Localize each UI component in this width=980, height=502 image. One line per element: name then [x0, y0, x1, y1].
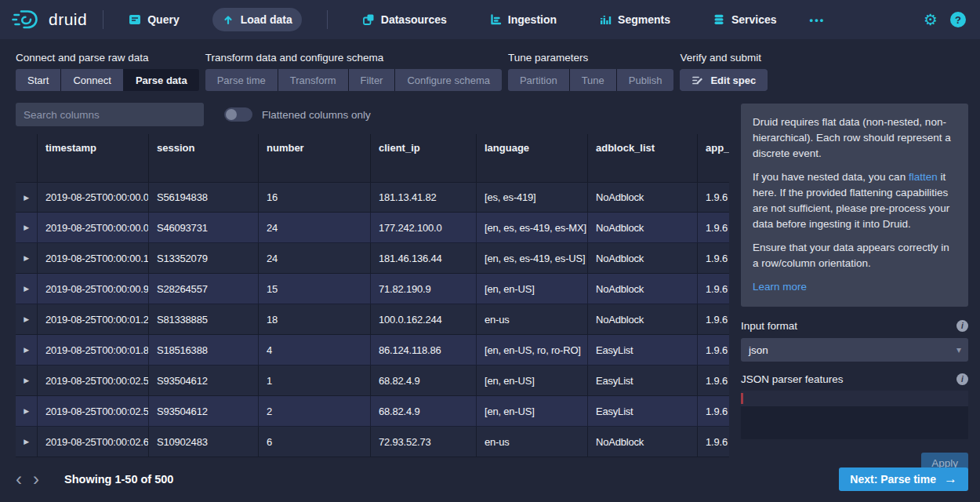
column-header-language[interactable]: language — [477, 134, 588, 182]
row-expander-icon[interactable]: ▶ — [16, 366, 38, 395]
row-expander-icon[interactable]: ▶ — [16, 396, 38, 426]
previous-page-icon[interactable]: ‹ — [16, 469, 22, 489]
column-header-session[interactable]: session — [149, 134, 259, 182]
druid-logo[interactable]: druid — [11, 8, 87, 31]
row-expander-icon[interactable]: ▶ — [16, 274, 38, 304]
step-publish[interactable]: Publish — [617, 69, 674, 91]
row-expander-icon[interactable]: ▶ — [16, 213, 38, 242]
row-expander-icon[interactable]: ▶ — [16, 335, 38, 365]
table-cell: S46093731 — [149, 213, 259, 242]
search-columns-input[interactable] — [16, 103, 204, 126]
validation-cursor — [741, 393, 743, 404]
nav-item-segments[interactable]: Segments — [590, 8, 680, 31]
table-cell: 1.9.6 — [698, 366, 729, 395]
next-parse-time-button[interactable]: Next: Parse time → — [839, 467, 968, 491]
step-transform[interactable]: Transform — [278, 69, 348, 91]
table-cell: [en, en-US] — [477, 366, 588, 395]
table-cell: S10902483 — [149, 427, 259, 457]
table-cell: S13352079 — [149, 243, 259, 273]
druid-logo-icon — [11, 8, 42, 31]
step-filter[interactable]: Filter — [349, 69, 395, 91]
flattened-columns-toggle[interactable] — [224, 107, 252, 122]
table-cell: 1.9.6 — [698, 427, 729, 457]
chevron-down-icon: ▾ — [956, 344, 961, 355]
table-cell: 15 — [259, 274, 371, 304]
table-cell: S18516388 — [149, 335, 259, 365]
step-edit-spec[interactable]: Edit spec — [680, 69, 768, 91]
step-connect[interactable]: Connect — [61, 69, 122, 91]
brand-name: druid — [49, 10, 87, 29]
pagination: ‹ › — [16, 469, 39, 489]
table-cell: 72.93.52.73 — [371, 427, 477, 457]
table-cell: 16 — [259, 183, 371, 212]
nav-menu: Query Load data Datasources Ingestion S — [119, 8, 825, 31]
table-cell: 6 — [259, 427, 371, 457]
showing-count: Showing 1-50 of 500 — [64, 473, 173, 486]
step-group-connect: Connect and parse raw data Start Connect… — [16, 52, 199, 91]
table-cell: S93504612 — [149, 396, 259, 426]
info-icon[interactable]: i — [956, 373, 968, 385]
table-cell: [en, es, es-419, es-MX] — [477, 213, 588, 242]
nav-item-label: Ingestion — [508, 13, 557, 26]
nav-item-label: Datasources — [381, 13, 447, 26]
step-parse-time[interactable]: Parse time — [205, 69, 278, 91]
step-group-verify: Verify and submit Edit spec — [680, 52, 768, 91]
table-row: ▶2019-08-25T00:00:02.5S93504612168.82.4.… — [16, 366, 729, 396]
column-header-number[interactable]: number — [259, 134, 371, 182]
json-parser-features-input[interactable] — [741, 391, 968, 439]
step-start[interactable]: Start — [16, 69, 60, 91]
table-cell: NoAdblock — [588, 427, 698, 457]
datasources-icon — [362, 13, 375, 26]
column-header-app-v[interactable]: app_v — [698, 134, 729, 182]
table-row: ▶2019-08-25T00:00:00.0S5619483816181.13.… — [16, 182, 729, 213]
column-header-adblock-list[interactable]: adblock_list — [588, 134, 698, 182]
table-cell: 2019-08-25T00:00:00.0 — [38, 213, 149, 242]
column-header-client-ip[interactable]: client_ip — [371, 134, 477, 182]
table-cell: 1.9.6 — [698, 274, 729, 304]
learn-more-link[interactable]: Learn more — [753, 281, 807, 293]
table-cell: 24 — [259, 243, 371, 273]
toggle-label: Flattened columns only — [262, 109, 371, 121]
nav-item-datasources[interactable]: Datasources — [353, 8, 456, 31]
top-nav: druid Query Load data Datasources I — [0, 0, 980, 39]
table-body: ▶2019-08-25T00:00:00.0S5619483816181.13.… — [16, 182, 729, 457]
nav-item-label: Load data — [241, 13, 292, 26]
nav-item-services[interactable]: Services — [703, 8, 786, 31]
nav-item-load-data[interactable]: Load data — [212, 8, 302, 31]
row-expander-icon[interactable]: ▶ — [16, 183, 38, 212]
step-configure-schema[interactable]: Configure schema — [395, 69, 502, 91]
row-expander-icon[interactable]: ▶ — [16, 243, 38, 273]
table-cell: NoAdblock — [588, 243, 698, 273]
table-cell: 4 — [259, 335, 371, 365]
table-cell: 2019-08-25T00:00:01.2 — [38, 304, 149, 334]
table-cell: 24 — [259, 213, 371, 242]
column-header-timestamp[interactable]: timestamp — [38, 134, 149, 182]
gear-icon[interactable]: ⚙ — [924, 12, 938, 27]
flatten-link[interactable]: flatten — [909, 171, 938, 183]
services-icon — [713, 13, 725, 26]
help-icon[interactable]: ? — [950, 12, 966, 27]
table-row: ▶2019-08-25T00:00:00.9S282645571571.82.1… — [16, 274, 729, 304]
step-partition[interactable]: Partition — [508, 69, 569, 91]
table-cell: EasyList — [588, 335, 698, 365]
tag-input-line — [741, 391, 968, 406]
next-page-icon[interactable]: › — [33, 469, 39, 489]
table-cell: 177.242.100.0 — [371, 213, 477, 242]
info-icon[interactable]: i — [956, 320, 968, 332]
expander-column-header — [16, 134, 38, 182]
step-tune[interactable]: Tune — [570, 69, 616, 91]
callout-paragraph: If you have nested data, you can flatten… — [753, 169, 956, 232]
table-row: ▶2019-08-25T00:00:02.6S10902483672.93.52… — [16, 427, 729, 457]
nav-item-query[interactable]: Query — [119, 8, 188, 31]
nav-item-ingestion[interactable]: Ingestion — [480, 8, 566, 31]
edit-spec-icon — [691, 74, 704, 86]
input-format-label: Input format — [741, 320, 797, 332]
input-format-select[interactable]: json ▾ — [741, 338, 968, 362]
more-menu-icon[interactable]: ••• — [810, 14, 826, 26]
table-header: timestamp session number client_ip langu… — [16, 134, 729, 182]
table-cell: EasyList — [588, 366, 698, 395]
callout-paragraph: Ensure that your data appears correctly … — [753, 240, 956, 271]
row-expander-icon[interactable]: ▶ — [16, 304, 38, 334]
step-parse-data[interactable]: Parse data — [124, 69, 199, 91]
row-expander-icon[interactable]: ▶ — [16, 427, 38, 457]
